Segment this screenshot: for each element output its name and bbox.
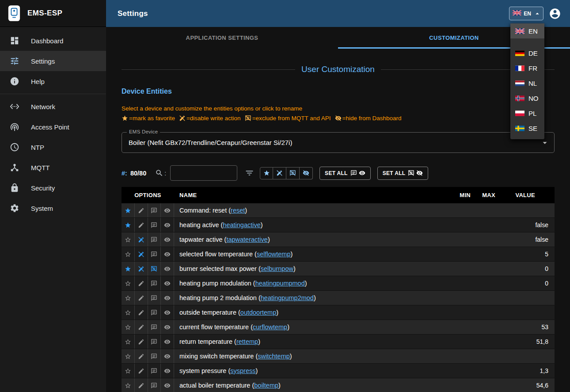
hide-toggle[interactable] xyxy=(161,247,174,261)
disable-write-toggle[interactable] xyxy=(135,291,148,305)
entity-id-link[interactable]: curflowtemp xyxy=(253,323,287,331)
hide-toggle[interactable] xyxy=(161,378,174,392)
hide-toggle[interactable] xyxy=(161,349,174,363)
mqtt-exclude-toggle[interactable] xyxy=(148,247,161,261)
entity-id-link[interactable]: outdoortemp xyxy=(240,309,276,316)
mqtt-exclude-toggle[interactable] xyxy=(148,349,161,363)
language-option-de[interactable]: DE xyxy=(510,46,544,61)
favorite-toggle[interactable] xyxy=(122,364,135,378)
disable-write-toggle[interactable] xyxy=(135,335,148,349)
sidebar-item-mqtt[interactable]: MQTT xyxy=(0,157,106,178)
disable-write-toggle[interactable] xyxy=(135,218,148,232)
disable-write-toggle[interactable] xyxy=(135,262,148,276)
entity-id-link[interactable]: selburnpow xyxy=(261,265,293,272)
entity-name-cell[interactable]: actual boiler temperature (boiltemp) xyxy=(174,378,447,392)
entity-id-link[interactable]: selflowtemp xyxy=(257,251,291,258)
disable-write-toggle[interactable] xyxy=(135,305,148,320)
search-input[interactable] xyxy=(170,165,237,181)
mqtt-exclude-toggle[interactable] xyxy=(148,291,161,305)
favorite-toggle[interactable] xyxy=(122,335,135,349)
favorite-toggle[interactable] xyxy=(122,276,135,290)
hide-toggle[interactable] xyxy=(161,218,174,232)
entity-name-cell[interactable]: current flow temperature (curflowtemp) xyxy=(174,320,447,335)
entity-id-link[interactable]: syspress xyxy=(230,367,255,374)
favorite-toggle[interactable] xyxy=(122,349,135,363)
mqtt-exclude-toggle[interactable] xyxy=(148,276,161,290)
entity-id-link[interactable]: boiltemp xyxy=(254,382,278,389)
entity-name-cell[interactable]: heating active (heatingactive) xyxy=(174,218,447,232)
favorite-toggle[interactable] xyxy=(122,320,135,334)
entity-id-link[interactable]: heatingpumpmod xyxy=(255,280,305,287)
disable-write-toggle[interactable] xyxy=(135,276,148,290)
ems-device-select[interactable]: EMS Device Boiler (Nefit GBx72/Trendline… xyxy=(122,132,555,153)
favorite-toggle[interactable] xyxy=(122,203,135,217)
tab-application-settings[interactable]: APPLICATION SETTINGS xyxy=(106,27,338,49)
favorite-toggle[interactable] xyxy=(122,262,135,276)
filter-readonly-toggle[interactable] xyxy=(273,167,286,179)
sidebar-item-access-point[interactable]: Access Point xyxy=(0,117,106,137)
set-all-show-button[interactable]: SET ALL xyxy=(319,167,371,180)
hide-toggle[interactable] xyxy=(161,335,174,349)
mqtt-exclude-toggle[interactable] xyxy=(148,262,161,276)
hide-toggle[interactable] xyxy=(161,262,174,276)
entity-id-link[interactable]: heatingpump2mod xyxy=(261,294,314,301)
entity-name-cell[interactable]: heating pump modulation (heatingpumpmod) xyxy=(174,276,447,291)
hide-toggle[interactable] xyxy=(161,364,174,378)
disable-write-toggle[interactable] xyxy=(135,364,148,378)
entity-name-cell[interactable]: mixing switch temperature (switchtemp) xyxy=(174,349,447,364)
account-button[interactable] xyxy=(549,8,561,20)
entity-id-link[interactable]: switchtemp xyxy=(258,353,290,360)
sidebar-item-network[interactable]: Network xyxy=(0,96,106,117)
language-option-pl[interactable]: PL xyxy=(510,106,544,121)
set-all-hide-button[interactable]: SET ALL xyxy=(377,167,429,180)
mqtt-exclude-toggle[interactable] xyxy=(148,364,161,378)
language-option-nl[interactable]: NL xyxy=(510,76,544,91)
mqtt-exclude-toggle[interactable] xyxy=(148,232,161,247)
entity-id-link[interactable]: tapwateractive xyxy=(226,236,268,243)
language-option-no[interactable]: NO xyxy=(510,91,544,106)
sidebar-item-system[interactable]: System xyxy=(0,198,106,218)
favorite-toggle[interactable] xyxy=(122,378,135,392)
sidebar-item-dashboard[interactable]: Dashboard xyxy=(0,30,106,51)
entity-name-cell[interactable]: burner selected max power (selburnpow) xyxy=(174,262,447,276)
mqtt-exclude-toggle[interactable] xyxy=(148,320,161,334)
disable-write-toggle[interactable] xyxy=(135,349,148,363)
language-option-se[interactable]: SE xyxy=(510,121,544,136)
language-option-fr[interactable]: FR xyxy=(510,61,544,76)
entity-name-cell[interactable]: selected flow temperature (selflowtemp) xyxy=(174,247,447,262)
language-option-en[interactable]: EN xyxy=(510,23,544,38)
favorite-toggle[interactable] xyxy=(122,291,135,305)
favorite-toggle[interactable] xyxy=(122,305,135,320)
entity-name-cell[interactable]: outside temperature (outdoortemp) xyxy=(174,305,447,320)
mqtt-exclude-toggle[interactable] xyxy=(148,218,161,232)
sidebar-item-settings[interactable]: Settings xyxy=(0,51,106,71)
entity-name-cell[interactable]: system pressure (syspress) xyxy=(174,364,447,378)
entity-id-link[interactable]: reset xyxy=(231,207,245,214)
mqtt-exclude-toggle[interactable] xyxy=(148,305,161,320)
mqtt-exclude-toggle[interactable] xyxy=(148,378,161,392)
mqtt-exclude-toggle[interactable] xyxy=(148,203,161,217)
entity-name-cell[interactable]: heating pump 2 modulation (heatingpump2m… xyxy=(174,291,447,305)
filter-hidden-toggle[interactable] xyxy=(300,167,313,179)
disable-write-toggle[interactable] xyxy=(135,232,148,247)
language-select[interactable]: EN xyxy=(509,7,543,20)
favorite-toggle[interactable] xyxy=(122,232,135,247)
sidebar-item-ntp[interactable]: NTP xyxy=(0,137,106,157)
hide-toggle[interactable] xyxy=(161,305,174,320)
hide-toggle[interactable] xyxy=(161,291,174,305)
hide-toggle[interactable] xyxy=(161,276,174,290)
entity-id-link[interactable]: rettemp xyxy=(236,338,258,345)
sidebar-item-security[interactable]: Security xyxy=(0,178,106,198)
hide-toggle[interactable] xyxy=(161,203,174,217)
sidebar-item-help[interactable]: Help xyxy=(0,71,106,91)
entity-name-cell[interactable]: return temperature (rettemp) xyxy=(174,335,447,349)
favorite-toggle[interactable] xyxy=(122,247,135,261)
entity-id-link[interactable]: heatingactive xyxy=(223,221,260,228)
disable-write-toggle[interactable] xyxy=(135,247,148,261)
hide-toggle[interactable] xyxy=(161,232,174,247)
hide-toggle[interactable] xyxy=(161,320,174,334)
entity-name-cell[interactable]: Command: reset (reset) xyxy=(174,203,447,218)
filter-favorites-toggle[interactable] xyxy=(260,167,273,179)
disable-write-toggle[interactable] xyxy=(135,320,148,334)
mqtt-exclude-toggle[interactable] xyxy=(148,335,161,349)
